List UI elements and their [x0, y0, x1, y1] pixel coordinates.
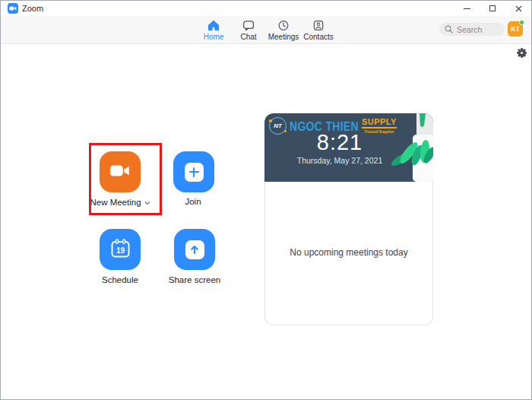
- logo-word: SUPPLY: [362, 118, 397, 129]
- avatar[interactable]: KT: [508, 21, 523, 37]
- settings-button[interactable]: [517, 48, 527, 58]
- calendar-icon: 19: [110, 238, 131, 262]
- tab-chat-label: Chat: [240, 33, 256, 41]
- clock-time: 8:21: [264, 130, 415, 155]
- zoom-logo-icon: [8, 3, 18, 14]
- titlebar: Zoom: [1, 1, 531, 16]
- new-meeting-button[interactable]: [100, 151, 141, 192]
- clock-date: Thursday, May 27, 2021: [264, 156, 415, 165]
- nav-bar: Home Chat Meetings Contacts: [1, 16, 531, 44]
- search-input[interactable]: Search: [439, 23, 505, 36]
- tab-contacts[interactable]: Contacts: [301, 19, 336, 41]
- upcoming-meetings-card: No upcoming meetings today: [264, 182, 433, 325]
- wallpaper-banner: NT NGOC THIEN SUPPLY Trusted Supplier 8:…: [264, 113, 433, 182]
- home-side-panel: NT NGOC THIEN SUPPLY Trusted Supplier 8:…: [264, 113, 433, 325]
- video-camera-icon: [109, 163, 131, 181]
- empty-state-text: No upcoming meetings today: [265, 247, 432, 258]
- home-icon: [207, 19, 220, 31]
- status-dot: [519, 20, 524, 25]
- tab-home-label: Home: [204, 33, 224, 41]
- zoom-app-window: Zoom Home Chat: [0, 0, 532, 400]
- arrow-up-icon: [185, 240, 204, 259]
- plus-icon: [185, 163, 204, 182]
- svg-text:19: 19: [116, 246, 125, 254]
- schedule-label: Schedule: [82, 275, 158, 284]
- avatar-initials: KT: [511, 25, 519, 33]
- tab-meetings-label: Meetings: [268, 33, 299, 41]
- join-label: Join: [155, 197, 231, 206]
- search-icon: [445, 23, 453, 37]
- schedule-button[interactable]: 19: [100, 229, 141, 270]
- new-meeting-label: New Meeting: [80, 197, 160, 207]
- chat-icon: [242, 19, 255, 31]
- join-button[interactable]: [173, 151, 214, 192]
- clock-icon: [277, 19, 290, 31]
- tab-meetings[interactable]: Meetings: [266, 19, 301, 41]
- share-screen-button[interactable]: [174, 229, 215, 270]
- tab-contacts-label: Contacts: [303, 33, 333, 41]
- share-screen-label: Share screen: [157, 275, 233, 284]
- contacts-icon: [312, 19, 325, 31]
- tab-chat[interactable]: Chat: [231, 19, 266, 41]
- tab-home[interactable]: Home: [196, 19, 231, 41]
- search-placeholder: Search: [457, 25, 482, 34]
- chevron-down-icon[interactable]: [144, 198, 150, 207]
- close-button[interactable]: [505, 1, 531, 16]
- window-title: Zoom: [22, 4, 43, 13]
- minimize-button[interactable]: [454, 1, 480, 16]
- maximize-button[interactable]: [480, 1, 505, 16]
